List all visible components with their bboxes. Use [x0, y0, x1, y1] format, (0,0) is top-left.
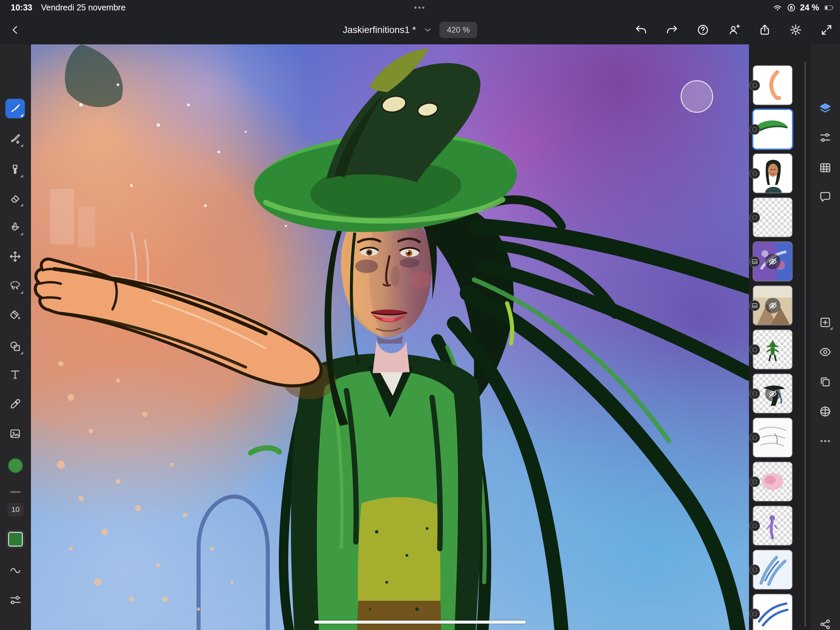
- tool-options-indicator: [20, 351, 23, 355]
- grid-icon[interactable]: [818, 161, 832, 174]
- battery-icon: [823, 3, 835, 13]
- layers-panel: [749, 44, 810, 630]
- current-color-swatch: [8, 532, 23, 547]
- layer-thumbnail[interactable]: [753, 110, 792, 149]
- layer-thumbnail[interactable]: [753, 154, 792, 193]
- transform-layers-icon[interactable]: [818, 375, 832, 389]
- layer-pixel-badge-icon[interactable]: [749, 521, 760, 531]
- date: Vendredi 25 novembre: [41, 3, 126, 13]
- brush-size-value[interactable]: 10: [7, 503, 24, 516]
- home-indicator[interactable]: [314, 621, 526, 624]
- layer-thumbnail[interactable]: [753, 594, 792, 630]
- share-button[interactable]: [757, 22, 772, 37]
- wifi-icon: [772, 3, 783, 13]
- layer-hidden-eye-icon[interactable]: [765, 298, 780, 313]
- artwork: [31, 44, 749, 630]
- brush-cursor-circle: [681, 81, 713, 112]
- layer-thumbnail[interactable]: [753, 330, 792, 369]
- color-indicator[interactable]: [8, 458, 23, 473]
- layer-pixel-badge-icon[interactable]: [749, 80, 760, 91]
- title-chevron-down-icon[interactable]: [423, 25, 432, 34]
- size-slider-handle[interactable]: [10, 491, 21, 493]
- tool-options-indicator: [20, 174, 23, 177]
- tool-options-indicator: [20, 232, 23, 235]
- share-nodes-icon[interactable]: [818, 617, 832, 630]
- tool-mixer-brush[interactable]: [5, 160, 25, 179]
- layer-hidden-eye-icon[interactable]: [765, 386, 780, 401]
- multitask-dots-icon[interactable]: •••: [414, 3, 426, 12]
- layer-thumbnail[interactable]: [753, 550, 792, 589]
- fullscreen-button[interactable]: [819, 22, 834, 37]
- status-bar: 10:33 Vendredi 25 novembre ••• 24 %: [0, 0, 840, 15]
- clock: 10:33: [11, 3, 32, 13]
- layer-pixel-badge-icon[interactable]: [749, 476, 760, 487]
- back-button[interactable]: [7, 22, 24, 38]
- settings-gear-icon[interactable]: [788, 22, 803, 37]
- layer-thumbnail[interactable]: [753, 418, 792, 457]
- tool-paint-brush[interactable]: [5, 99, 25, 118]
- tool-place-image[interactable]: [5, 424, 25, 443]
- undo-button[interactable]: [634, 22, 649, 37]
- tool-eyedropper[interactable]: [5, 394, 25, 414]
- tool-lasso-select[interactable]: [5, 276, 25, 296]
- brush-settings-icon[interactable]: [9, 594, 22, 607]
- layer-pixel-badge-icon[interactable]: [749, 564, 760, 575]
- layer-thumbnail[interactable]: [753, 506, 792, 545]
- drawing-canvas[interactable]: [31, 44, 749, 630]
- layers-scrollbar[interactable]: [805, 62, 806, 627]
- tool-eraser[interactable]: [5, 188, 25, 208]
- layer-thumbnail[interactable]: [753, 242, 792, 281]
- document-title[interactable]: Jaskierfinitions1 *: [343, 25, 416, 35]
- tool-options-indicator: [20, 203, 23, 206]
- layer-photo-badge-icon[interactable]: [749, 300, 760, 311]
- tool-text[interactable]: [5, 365, 25, 384]
- zoom-level[interactable]: 420 %: [439, 22, 477, 38]
- layer-properties-icon[interactable]: [818, 131, 832, 144]
- smoothing-icon[interactable]: [9, 563, 22, 576]
- layer-pixel-badge-icon[interactable]: [749, 388, 760, 399]
- comment-icon[interactable]: [818, 190, 832, 204]
- layer-pixel-badge-icon[interactable]: [749, 124, 760, 135]
- layer-pixel-badge-icon[interactable]: [749, 212, 760, 223]
- layer-thumbnail[interactable]: [753, 462, 792, 501]
- battery-percent: 24 %: [800, 3, 819, 13]
- color-swatch-tile[interactable]: [6, 530, 25, 549]
- top-bar: Jaskierfinitions1 * 420 %: [0, 15, 840, 45]
- sphere-3d-icon[interactable]: [818, 405, 832, 418]
- more-options-icon[interactable]: [818, 434, 832, 448]
- tool-options-indicator: [830, 327, 833, 330]
- layer-pixel-badge-icon[interactable]: [749, 608, 760, 619]
- orientation-lock-icon: [786, 3, 796, 13]
- layer-thumbnail[interactable]: [753, 66, 792, 104]
- layer-pixel-badge-icon[interactable]: [749, 168, 760, 179]
- visibility-eye-icon[interactable]: [818, 345, 832, 359]
- layer-pixel-badge-icon[interactable]: [749, 344, 760, 355]
- right-rail: [810, 44, 840, 630]
- tool-options-indicator: [20, 114, 23, 117]
- add-layer-icon[interactable]: [818, 316, 832, 329]
- layers-icon[interactable]: [818, 102, 832, 115]
- layer-photo-badge-icon[interactable]: [749, 256, 760, 267]
- layer-thumbnail[interactable]: [753, 198, 792, 237]
- layer-pixel-badge-icon[interactable]: [749, 432, 760, 443]
- layer-hidden-eye-icon[interactable]: [765, 254, 780, 269]
- help-button[interactable]: [696, 22, 710, 37]
- brush-size-label: 10: [11, 505, 19, 514]
- tool-shapes[interactable]: [5, 337, 25, 356]
- layer-thumbnail[interactable]: [753, 286, 792, 325]
- tool-move[interactable]: [5, 247, 25, 266]
- layer-thumbnail[interactable]: [753, 374, 792, 413]
- tool-panel: 10: [0, 44, 31, 630]
- tool-smudge[interactable]: [5, 217, 25, 237]
- invite-account-button[interactable]: [726, 22, 741, 37]
- tool-watercolor-brush[interactable]: [5, 129, 25, 149]
- tool-options-indicator: [20, 291, 23, 294]
- tool-fill[interactable]: [5, 305, 25, 325]
- redo-button[interactable]: [665, 22, 679, 37]
- tool-options-indicator: [20, 144, 23, 147]
